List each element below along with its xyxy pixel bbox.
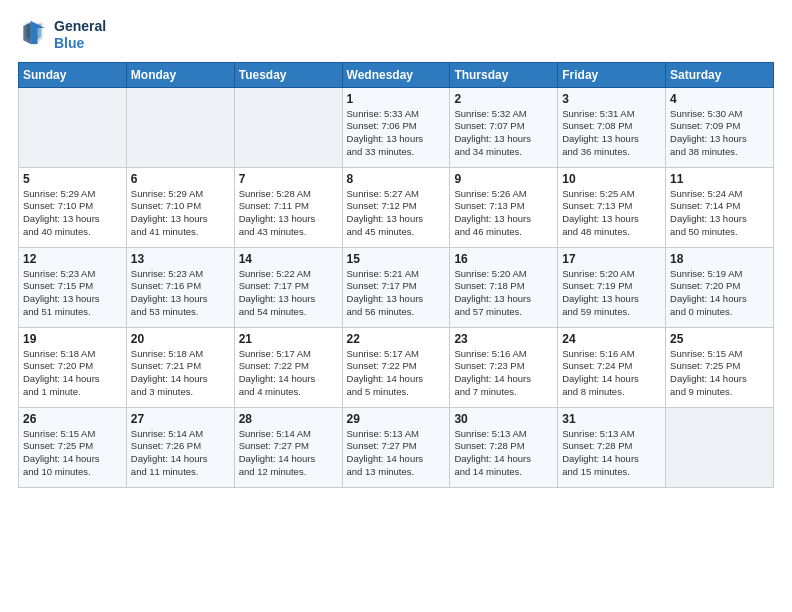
day-info: Sunrise: 5:33 AM Sunset: 7:06 PM Dayligh… xyxy=(347,108,446,159)
day-number: 27 xyxy=(131,412,230,426)
calendar-cell: 15Sunrise: 5:21 AM Sunset: 7:17 PM Dayli… xyxy=(342,247,450,327)
day-number: 3 xyxy=(562,92,661,106)
day-info: Sunrise: 5:29 AM Sunset: 7:10 PM Dayligh… xyxy=(131,188,230,239)
day-info: Sunrise: 5:28 AM Sunset: 7:11 PM Dayligh… xyxy=(239,188,338,239)
day-info: Sunrise: 5:17 AM Sunset: 7:22 PM Dayligh… xyxy=(347,348,446,399)
day-number: 17 xyxy=(562,252,661,266)
day-info: Sunrise: 5:22 AM Sunset: 7:17 PM Dayligh… xyxy=(239,268,338,319)
day-info: Sunrise: 5:14 AM Sunset: 7:27 PM Dayligh… xyxy=(239,428,338,479)
day-info: Sunrise: 5:17 AM Sunset: 7:22 PM Dayligh… xyxy=(239,348,338,399)
calendar-cell: 8Sunrise: 5:27 AM Sunset: 7:12 PM Daylig… xyxy=(342,167,450,247)
day-number: 4 xyxy=(670,92,769,106)
day-info: Sunrise: 5:31 AM Sunset: 7:08 PM Dayligh… xyxy=(562,108,661,159)
weekday-header-thursday: Thursday xyxy=(450,62,558,87)
day-number: 1 xyxy=(347,92,446,106)
logo-text: General Blue xyxy=(54,18,106,52)
day-number: 9 xyxy=(454,172,553,186)
day-info: Sunrise: 5:23 AM Sunset: 7:16 PM Dayligh… xyxy=(131,268,230,319)
day-info: Sunrise: 5:13 AM Sunset: 7:28 PM Dayligh… xyxy=(562,428,661,479)
day-number: 24 xyxy=(562,332,661,346)
calendar-cell: 22Sunrise: 5:17 AM Sunset: 7:22 PM Dayli… xyxy=(342,327,450,407)
calendar-cell: 2Sunrise: 5:32 AM Sunset: 7:07 PM Daylig… xyxy=(450,87,558,167)
calendar-cell: 5Sunrise: 5:29 AM Sunset: 7:10 PM Daylig… xyxy=(19,167,127,247)
calendar-cell: 12Sunrise: 5:23 AM Sunset: 7:15 PM Dayli… xyxy=(19,247,127,327)
page: General Blue SundayMondayTuesdayWednesda… xyxy=(0,0,792,612)
day-number: 26 xyxy=(23,412,122,426)
header: General Blue xyxy=(18,18,774,52)
calendar-cell: 4Sunrise: 5:30 AM Sunset: 7:09 PM Daylig… xyxy=(666,87,774,167)
calendar-cell: 7Sunrise: 5:28 AM Sunset: 7:11 PM Daylig… xyxy=(234,167,342,247)
calendar-cell: 19Sunrise: 5:18 AM Sunset: 7:20 PM Dayli… xyxy=(19,327,127,407)
day-info: Sunrise: 5:15 AM Sunset: 7:25 PM Dayligh… xyxy=(670,348,769,399)
calendar-cell: 24Sunrise: 5:16 AM Sunset: 7:24 PM Dayli… xyxy=(558,327,666,407)
day-info: Sunrise: 5:13 AM Sunset: 7:28 PM Dayligh… xyxy=(454,428,553,479)
calendar-cell: 26Sunrise: 5:15 AM Sunset: 7:25 PM Dayli… xyxy=(19,407,127,487)
day-info: Sunrise: 5:18 AM Sunset: 7:21 PM Dayligh… xyxy=(131,348,230,399)
calendar-cell: 30Sunrise: 5:13 AM Sunset: 7:28 PM Dayli… xyxy=(450,407,558,487)
day-number: 12 xyxy=(23,252,122,266)
calendar-cell: 14Sunrise: 5:22 AM Sunset: 7:17 PM Dayli… xyxy=(234,247,342,327)
day-number: 29 xyxy=(347,412,446,426)
day-number: 8 xyxy=(347,172,446,186)
calendar-cell: 28Sunrise: 5:14 AM Sunset: 7:27 PM Dayli… xyxy=(234,407,342,487)
day-number: 11 xyxy=(670,172,769,186)
day-info: Sunrise: 5:29 AM Sunset: 7:10 PM Dayligh… xyxy=(23,188,122,239)
day-info: Sunrise: 5:18 AM Sunset: 7:20 PM Dayligh… xyxy=(23,348,122,399)
logo: General Blue xyxy=(18,18,106,52)
calendar-cell: 17Sunrise: 5:20 AM Sunset: 7:19 PM Dayli… xyxy=(558,247,666,327)
day-number: 10 xyxy=(562,172,661,186)
calendar-cell xyxy=(126,87,234,167)
day-number: 18 xyxy=(670,252,769,266)
day-number: 20 xyxy=(131,332,230,346)
calendar-cell: 3Sunrise: 5:31 AM Sunset: 7:08 PM Daylig… xyxy=(558,87,666,167)
logo-icon xyxy=(18,19,50,51)
day-info: Sunrise: 5:24 AM Sunset: 7:14 PM Dayligh… xyxy=(670,188,769,239)
weekday-header-row: SundayMondayTuesdayWednesdayThursdayFrid… xyxy=(19,62,774,87)
day-number: 5 xyxy=(23,172,122,186)
calendar-cell: 25Sunrise: 5:15 AM Sunset: 7:25 PM Dayli… xyxy=(666,327,774,407)
calendar-cell: 10Sunrise: 5:25 AM Sunset: 7:13 PM Dayli… xyxy=(558,167,666,247)
day-number: 22 xyxy=(347,332,446,346)
svg-marker-4 xyxy=(23,22,30,43)
calendar-cell xyxy=(19,87,127,167)
calendar: SundayMondayTuesdayWednesdayThursdayFrid… xyxy=(18,62,774,488)
calendar-cell: 1Sunrise: 5:33 AM Sunset: 7:06 PM Daylig… xyxy=(342,87,450,167)
calendar-cell: 27Sunrise: 5:14 AM Sunset: 7:26 PM Dayli… xyxy=(126,407,234,487)
calendar-cell: 6Sunrise: 5:29 AM Sunset: 7:10 PM Daylig… xyxy=(126,167,234,247)
day-info: Sunrise: 5:16 AM Sunset: 7:24 PM Dayligh… xyxy=(562,348,661,399)
day-number: 30 xyxy=(454,412,553,426)
calendar-cell: 29Sunrise: 5:13 AM Sunset: 7:27 PM Dayli… xyxy=(342,407,450,487)
week-row-5: 26Sunrise: 5:15 AM Sunset: 7:25 PM Dayli… xyxy=(19,407,774,487)
calendar-cell: 13Sunrise: 5:23 AM Sunset: 7:16 PM Dayli… xyxy=(126,247,234,327)
day-info: Sunrise: 5:30 AM Sunset: 7:09 PM Dayligh… xyxy=(670,108,769,159)
day-number: 23 xyxy=(454,332,553,346)
week-row-3: 12Sunrise: 5:23 AM Sunset: 7:15 PM Dayli… xyxy=(19,247,774,327)
calendar-cell: 16Sunrise: 5:20 AM Sunset: 7:18 PM Dayli… xyxy=(450,247,558,327)
day-info: Sunrise: 5:27 AM Sunset: 7:12 PM Dayligh… xyxy=(347,188,446,239)
calendar-cell: 11Sunrise: 5:24 AM Sunset: 7:14 PM Dayli… xyxy=(666,167,774,247)
day-info: Sunrise: 5:23 AM Sunset: 7:15 PM Dayligh… xyxy=(23,268,122,319)
week-row-1: 1Sunrise: 5:33 AM Sunset: 7:06 PM Daylig… xyxy=(19,87,774,167)
day-info: Sunrise: 5:32 AM Sunset: 7:07 PM Dayligh… xyxy=(454,108,553,159)
calendar-cell: 18Sunrise: 5:19 AM Sunset: 7:20 PM Dayli… xyxy=(666,247,774,327)
calendar-cell: 23Sunrise: 5:16 AM Sunset: 7:23 PM Dayli… xyxy=(450,327,558,407)
day-info: Sunrise: 5:13 AM Sunset: 7:27 PM Dayligh… xyxy=(347,428,446,479)
weekday-header-sunday: Sunday xyxy=(19,62,127,87)
day-info: Sunrise: 5:25 AM Sunset: 7:13 PM Dayligh… xyxy=(562,188,661,239)
day-number: 16 xyxy=(454,252,553,266)
weekday-header-monday: Monday xyxy=(126,62,234,87)
day-info: Sunrise: 5:21 AM Sunset: 7:17 PM Dayligh… xyxy=(347,268,446,319)
day-number: 13 xyxy=(131,252,230,266)
weekday-header-saturday: Saturday xyxy=(666,62,774,87)
week-row-2: 5Sunrise: 5:29 AM Sunset: 7:10 PM Daylig… xyxy=(19,167,774,247)
calendar-cell xyxy=(234,87,342,167)
day-info: Sunrise: 5:19 AM Sunset: 7:20 PM Dayligh… xyxy=(670,268,769,319)
day-number: 28 xyxy=(239,412,338,426)
calendar-cell: 20Sunrise: 5:18 AM Sunset: 7:21 PM Dayli… xyxy=(126,327,234,407)
day-number: 6 xyxy=(131,172,230,186)
day-number: 2 xyxy=(454,92,553,106)
calendar-cell: 21Sunrise: 5:17 AM Sunset: 7:22 PM Dayli… xyxy=(234,327,342,407)
day-info: Sunrise: 5:26 AM Sunset: 7:13 PM Dayligh… xyxy=(454,188,553,239)
day-info: Sunrise: 5:15 AM Sunset: 7:25 PM Dayligh… xyxy=(23,428,122,479)
weekday-header-wednesday: Wednesday xyxy=(342,62,450,87)
